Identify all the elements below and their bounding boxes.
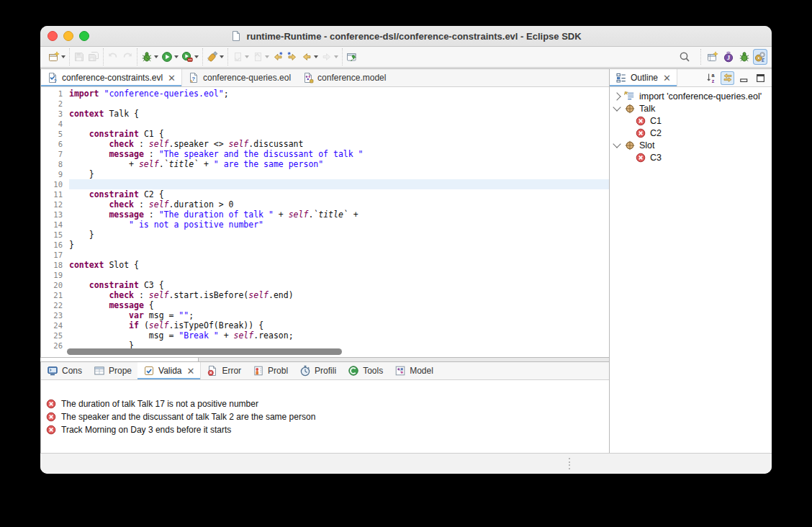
horizontal-scrollbar-thumb[interactable] [67, 348, 342, 355]
view-tab-prope[interactable]: Prope [88, 362, 137, 379]
line-number: 20 [41, 280, 69, 290]
search-flashlight-button[interactable] [205, 49, 225, 65]
undo-button[interactable] [106, 49, 120, 65]
minimize-window-button[interactable] [63, 31, 73, 41]
view-tab-cons[interactable]: Cons [41, 362, 88, 379]
tab-label: Error [222, 366, 241, 376]
link-with-editor-button[interactable] [721, 71, 734, 85]
line-number: 10 [41, 179, 69, 189]
line-number: 24 [41, 320, 69, 330]
window-title: runtime-Runtime - conference-dsl/confere… [246, 31, 581, 42]
line-number: 14 [41, 220, 69, 230]
line-number: 21 [41, 290, 69, 300]
run-config-button[interactable] [180, 49, 200, 65]
eol-icon: ? [188, 72, 199, 84]
tab-label: conference.model [317, 73, 386, 83]
constraint-icon [45, 411, 57, 423]
search-flashlight-icon [207, 51, 218, 63]
new-wizard-button[interactable] [47, 49, 67, 65]
main-toolbar: Jε [40, 47, 772, 68]
tab-label: Valida [158, 366, 181, 376]
forward-nav-button[interactable] [320, 49, 340, 65]
quick-search-button[interactable] [677, 49, 692, 65]
dropdown-caret-icon[interactable] [194, 55, 199, 58]
view-tab-model[interactable]: Model [389, 362, 439, 379]
line-number: 17 [41, 250, 69, 260]
save-icon [73, 51, 85, 63]
line-number: 16 [41, 240, 69, 250]
close-icon[interactable]: ✕ [663, 73, 671, 83]
maximize-view-button[interactable] [754, 71, 767, 85]
minimize-view-button[interactable] [737, 71, 751, 85]
toolbar-group [137, 48, 202, 66]
close-icon[interactable]: ✕ [187, 366, 195, 376]
dropdown-caret-icon[interactable] [245, 55, 249, 58]
back-history-button[interactable] [271, 49, 285, 65]
redo-button[interactable] [120, 49, 135, 65]
toolbar-group [342, 48, 361, 66]
close-icon[interactable]: ✕ [168, 73, 176, 83]
tree-item-import-conference-queries-eol-[interactable]: import 'conference-queries.eol' [610, 90, 772, 102]
prev-annotation-button[interactable] [251, 49, 271, 65]
epsilon-perspective-button[interactable]: ε [753, 49, 767, 65]
collapse-chevron-icon[interactable] [613, 103, 621, 111]
tree-item-c1[interactable]: C1 [610, 114, 772, 127]
view-tab-valida[interactable]: Valida✕ [137, 362, 201, 379]
view-tab-probl[interactable]: Probl [247, 362, 294, 379]
line-number: 15 [41, 230, 69, 240]
java-perspective-button[interactable]: J [721, 49, 736, 65]
tree-item-label: Talk [639, 104, 655, 114]
dropdown-caret-icon[interactable] [220, 55, 224, 58]
editor-tab-conference-queries-eol[interactable]: ?conference-queries.eol [182, 69, 297, 86]
sort-button[interactable]: az [704, 71, 718, 85]
redo-icon [122, 51, 133, 63]
line-number: 11 [41, 189, 69, 199]
view-tab-profili[interactable]: Profili [294, 362, 342, 379]
tree-item-talk[interactable]: Talk [610, 102, 772, 114]
validation-icon [143, 365, 155, 377]
toolbar-group [227, 48, 342, 66]
dropdown-caret-icon[interactable] [174, 55, 179, 58]
debug-perspective-button[interactable] [737, 49, 752, 65]
dropdown-caret-icon[interactable] [314, 55, 318, 58]
dropdown-caret-icon[interactable] [265, 55, 269, 58]
expand-chevron-icon[interactable] [613, 92, 621, 100]
constraint-icon [45, 398, 57, 410]
tab-label: Model [410, 366, 433, 376]
svg-text:?: ? [191, 76, 195, 82]
zoom-window-button[interactable] [79, 31, 89, 41]
dropdown-caret-icon[interactable] [61, 55, 66, 58]
view-tab-tools[interactable]: Tools [342, 362, 389, 379]
model-icon [302, 72, 314, 84]
toolbar-right: Jε [677, 49, 767, 65]
tab-label: Probl [268, 366, 288, 376]
tree-item-label: Slot [639, 140, 655, 150]
run-button[interactable] [160, 49, 180, 65]
dropdown-caret-icon[interactable] [154, 55, 158, 58]
next-annotation-button[interactable] [230, 49, 251, 65]
debug-button[interactable] [140, 49, 160, 65]
statusbar-drag-handle[interactable] [569, 458, 570, 469]
tab-outline[interactable]: Outline ✕ [610, 69, 677, 86]
close-window-button[interactable] [48, 31, 58, 41]
line-number: 7 [41, 149, 69, 159]
save-button[interactable] [72, 49, 86, 65]
tree-item-c3[interactable]: C3 [610, 151, 772, 163]
save-all-button[interactable] [86, 49, 101, 65]
back-nav-button[interactable] [299, 49, 320, 65]
line-number: 23 [41, 310, 69, 320]
open-perspective-button[interactable] [700, 49, 720, 65]
collapse-chevron-icon[interactable] [613, 140, 621, 148]
dropdown-caret-icon[interactable] [334, 55, 338, 58]
tree-item-c2[interactable]: C2 [610, 127, 772, 139]
line-number: 6 [41, 139, 69, 149]
forward-history-button[interactable] [285, 49, 299, 65]
view-tab-error[interactable]: Error [201, 362, 247, 379]
debug-perspective-icon [739, 51, 750, 63]
editor-tab-conference-model[interactable]: conference.model [297, 69, 392, 86]
pin-editor-button[interactable] [345, 49, 359, 65]
tree-item-slot[interactable]: Slot [610, 139, 772, 151]
editor-tab-conference-constraints-evl[interactable]: ?conference-constraints.evl✕ [41, 69, 182, 86]
svg-text:z: z [711, 78, 714, 84]
console-icon [47, 365, 58, 377]
